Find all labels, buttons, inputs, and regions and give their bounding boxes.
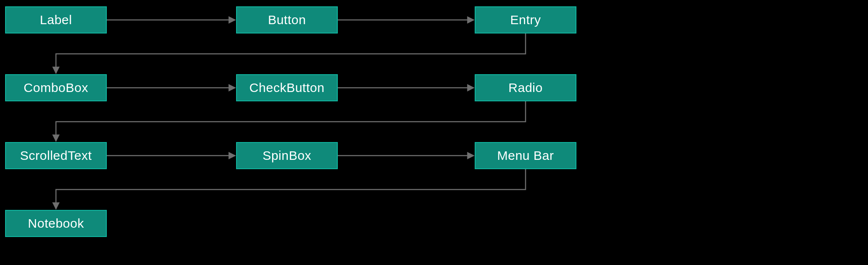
node-text: ComboBox [24,81,88,95]
node-menu-bar: Menu Bar [475,142,576,169]
node-text: ScrolledText [20,148,92,163]
node-entry: Entry [475,6,576,33]
node-notebook: Notebook [5,210,107,237]
node-text: Label [40,13,72,27]
node-text: Notebook [28,216,84,231]
node-label: Label [5,6,107,33]
node-text: Menu Bar [497,148,554,163]
node-radio: Radio [475,74,576,101]
node-combobox: ComboBox [5,74,107,101]
node-text: SpinBox [262,148,311,163]
node-checkbutton: CheckButton [236,74,338,101]
node-spinbox: SpinBox [236,142,338,169]
node-text: Entry [510,13,541,27]
node-scrolledtext: ScrolledText [5,142,107,169]
node-button: Button [236,6,338,33]
node-text: CheckButton [249,81,324,95]
node-text: Radio [509,81,543,95]
diagram-canvas: Label Button Entry ComboBox CheckButton … [0,0,868,265]
node-text: Button [268,13,306,27]
connector-layer [0,0,868,265]
